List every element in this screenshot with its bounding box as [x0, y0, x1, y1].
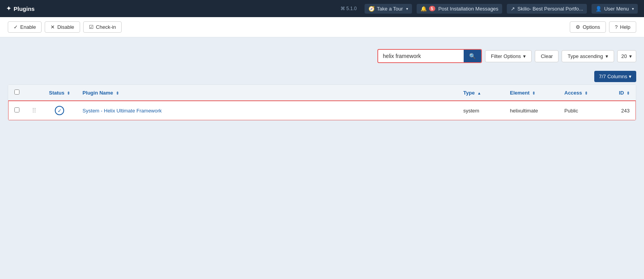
select-all-checkbox[interactable] [14, 89, 19, 95]
checkin-button[interactable]: ☑ Check-in [83, 21, 122, 33]
check-icon: ✓ [14, 24, 18, 30]
checkin-label: Check-in [96, 24, 116, 30]
status-sort-icon: ⇕ [67, 91, 70, 95]
filter-options-label: Filter Options [491, 53, 521, 59]
x-icon: ✕ [51, 24, 55, 30]
enable-button[interactable]: ✓ Enable [8, 21, 42, 33]
user-menu-button[interactable]: 👤 User Menu ▾ [592, 4, 638, 14]
header-plugin-name[interactable]: Plugin Name ⇕ [76, 85, 457, 101]
external-link-button[interactable]: ↗ Skilio- Best Personal Portfo... [507, 4, 587, 14]
disable-label: Disable [57, 24, 74, 30]
element-sort-icon: ⇕ [532, 91, 535, 95]
header-id[interactable]: ID ⇕ [605, 85, 636, 101]
access-sort-icon: ⇕ [585, 91, 588, 95]
row-type-value: system [463, 108, 479, 114]
sort-chevron-icon: ▾ [606, 53, 608, 59]
header-drag-cell [26, 85, 43, 101]
tour-label: Take a Tour [377, 6, 403, 12]
external-label: Skilio- Best Personal Portfo... [517, 6, 583, 12]
row-plugin-name-cell: System - Helix Ultimate Framework [76, 101, 457, 120]
count-dropdown[interactable]: 20 ▾ [617, 50, 636, 62]
plugin-name-sort-icon: ⇕ [116, 91, 119, 95]
tour-button[interactable]: 🧭 Take a Tour ▾ [365, 4, 412, 14]
type-header-label: Type [463, 90, 475, 96]
bell-icon: 🔔 [421, 6, 427, 12]
help-label: Help [620, 24, 630, 30]
access-header-label: Access [564, 90, 582, 96]
row-element-value: helixultimate [510, 108, 538, 114]
status-enabled-icon[interactable]: ✓ [55, 106, 64, 115]
type-sort-icon: ▲ [477, 91, 481, 95]
search-box: 🔍 [377, 49, 482, 63]
table-row: ⠿ ✓ System - Helix Ultimate Framework sy… [8, 101, 636, 120]
header-checkbox-cell [8, 85, 26, 101]
row-id-value: 243 [621, 108, 630, 114]
logo-icon: ✦ [6, 5, 11, 12]
help-icon: ? [615, 24, 618, 30]
app-title: Plugins [14, 5, 35, 12]
plugins-table: Status ⇕ Plugin Name ⇕ Type ▲ Element ⇕ [8, 84, 636, 121]
main-content: 🔍 Filter Options ▾ Clear Type ascending … [0, 37, 644, 279]
element-header-label: Element [510, 90, 530, 96]
count-chevron-icon: ▾ [629, 53, 632, 59]
row-checkbox[interactable] [14, 107, 19, 112]
header-access[interactable]: Access ⇕ [558, 85, 605, 101]
external-link-icon: ↗ [511, 6, 515, 12]
header-type[interactable]: Type ▲ [457, 85, 504, 101]
id-sort-icon: ⇕ [627, 91, 630, 95]
top-navigation: ✦ Plugins ⌘ 5.1.0 🧭 Take a Tour ▾ 🔔 5 Po… [0, 0, 644, 17]
columns-label: 7/7 Columns [599, 74, 627, 79]
filter-bar: 🔍 Filter Options ▾ Clear Type ascending … [8, 45, 636, 67]
columns-chevron-icon: ▾ [629, 74, 632, 79]
table: Status ⇕ Plugin Name ⇕ Type ▲ Element ⇕ [8, 85, 636, 120]
clear-label: Clear [541, 53, 553, 59]
filter-options-button[interactable]: Filter Options ▾ [485, 50, 532, 62]
version-text: ⌘ 5.1.0 [340, 6, 357, 11]
app-logo: ✦ Plugins [6, 5, 35, 12]
sort-label: Type ascending [567, 53, 603, 59]
header-status[interactable]: Status ⇕ [43, 85, 76, 101]
drag-handle-icon: ⠿ [32, 107, 37, 114]
help-button[interactable]: ? Help [609, 21, 636, 33]
columns-row: 7/7 Columns ▾ [8, 71, 636, 82]
plugin-name-link[interactable]: System - Helix Ultimate Framework [82, 108, 162, 114]
header-element[interactable]: Element ⇕ [504, 85, 558, 101]
row-type-cell: system [457, 101, 504, 120]
search-icon: 🔍 [469, 53, 476, 59]
row-checkbox-cell [8, 101, 26, 120]
row-access-value: Public [564, 108, 578, 114]
gear-icon: ⚙ [576, 24, 580, 30]
user-icon: 👤 [595, 6, 602, 12]
count-label: 20 [621, 53, 627, 59]
row-drag-cell: ⠿ [26, 101, 43, 120]
filter-chevron-icon: ▾ [523, 53, 526, 59]
table-header-row: Status ⇕ Plugin Name ⇕ Type ▲ Element ⇕ [8, 85, 636, 101]
notification-count: 5 [429, 6, 435, 11]
notifications-label: Post Installation Messages [438, 6, 499, 12]
tour-icon: 🧭 [368, 6, 375, 12]
disable-button[interactable]: ✕ Disable [45, 21, 80, 33]
main-toolbar: ✓ Enable ✕ Disable ☑ Check-in ⚙ Options … [0, 17, 644, 37]
clear-button[interactable]: Clear [535, 50, 558, 62]
row-id-cell: 243 [605, 101, 636, 120]
checkin-icon: ☑ [89, 24, 94, 30]
version-label: ⌘ 5.1.0 [337, 4, 360, 13]
options-button[interactable]: ⚙ Options [570, 21, 606, 33]
row-access-cell: Public [558, 101, 605, 120]
user-menu-label: User Menu [604, 6, 629, 12]
chevron-down-icon: ▾ [406, 7, 408, 11]
search-button[interactable]: 🔍 [464, 50, 481, 62]
user-chevron-icon: ▾ [632, 7, 634, 11]
plugin-name-header-label: Plugin Name [82, 90, 113, 96]
sort-dropdown[interactable]: Type ascending ▾ [562, 50, 614, 62]
id-header-label: ID [619, 90, 624, 96]
search-input[interactable] [378, 50, 464, 62]
enable-label: Enable [20, 24, 36, 30]
status-header-label: Status [49, 90, 65, 96]
row-status-cell: ✓ [43, 101, 76, 120]
options-label: Options [583, 24, 600, 30]
columns-button[interactable]: 7/7 Columns ▾ [594, 71, 636, 82]
notifications-button[interactable]: 🔔 5 Post Installation Messages [417, 4, 503, 14]
row-element-cell: helixultimate [504, 101, 558, 120]
